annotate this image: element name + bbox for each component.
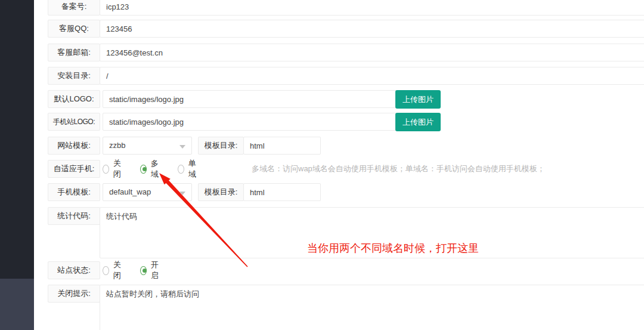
radio-unchecked-icon	[103, 165, 109, 174]
radio-option-label: 关闭	[113, 260, 123, 281]
radio-option-label: 关闭	[113, 158, 123, 180]
adaptive-mobile-hint: 多域名：访问wap域名会自动使用手机模板；单域名：手机访问会自动使用手机模板；	[252, 160, 545, 178]
install-dir-label: 安装目录:	[48, 67, 100, 85]
email-input[interactable]	[100, 44, 644, 61]
adaptive-mobile-label: 自适应手机:	[48, 160, 100, 178]
radio-checked-icon	[140, 266, 147, 275]
site-status-label: 站点状态:	[48, 261, 100, 279]
template-dir-label: 模板目录:	[198, 137, 244, 155]
icp-label: 备案号:	[48, 0, 100, 16]
radio-checked-icon	[140, 165, 147, 174]
site-template-select[interactable]: zzbb	[103, 137, 192, 155]
mobile-template-dir-label: 模板目录:	[198, 183, 244, 201]
radio-option-multi-domain[interactable]: 多域	[140, 158, 161, 180]
radio-option-site-open[interactable]: 开启	[140, 260, 161, 281]
stats-code-label: 统计代码:	[48, 207, 100, 225]
mobile-template-label: 手机模板:	[48, 183, 100, 201]
radio-option-label: 开启	[151, 260, 161, 281]
sidebar-active-item[interactable]	[0, 279, 34, 330]
site-template-select-value: zzbb	[109, 141, 125, 150]
install-dir-input[interactable]	[100, 67, 644, 85]
radio-option-site-close[interactable]: 关闭	[103, 260, 123, 281]
email-label: 客服邮箱:	[48, 44, 100, 61]
chevron-down-icon	[179, 145, 185, 149]
settings-page: 备案号: 客服QQ: 客服邮箱: 安装目录: 默认LOGO: 上传图片 手机站L…	[0, 0, 644, 330]
qq-label: 客服QQ:	[48, 20, 100, 38]
mobile-logo-input[interactable]	[103, 113, 438, 131]
upload-mobile-logo-button[interactable]: 上传图片	[395, 113, 441, 131]
default-logo-input[interactable]	[103, 90, 438, 108]
radio-unchecked-icon	[178, 165, 184, 174]
close-tip-textarea[interactable]: 站点暂时关闭，请稍后访问	[100, 285, 644, 330]
default-logo-label: 默认LOGO:	[48, 90, 100, 108]
chevron-down-icon	[179, 192, 185, 195]
close-tip-label: 关闭提示:	[48, 285, 100, 303]
upload-default-logo-button[interactable]: 上传图片	[395, 90, 441, 109]
radio-option-close[interactable]: 关闭	[103, 158, 123, 180]
radio-option-label: 多域	[151, 158, 161, 180]
mobile-logo-label: 手机站LOGO:	[48, 113, 100, 131]
annotation-text: 当你用两个不同域名时候，打开这里	[307, 241, 479, 255]
radio-option-label: 单域	[188, 158, 199, 180]
radio-option-single-domain[interactable]: 单域	[178, 158, 199, 180]
site-template-label: 网站模板:	[48, 137, 100, 155]
sidebar[interactable]	[0, 0, 34, 330]
site-status-radio-group: 关闭 开启	[103, 261, 178, 279]
radio-unchecked-icon	[103, 266, 109, 275]
icp-input[interactable]	[100, 0, 644, 16]
mobile-template-select-value: default_wap	[109, 187, 151, 196]
template-dir-input[interactable]	[243, 137, 321, 155]
mobile-template-select[interactable]: default_wap	[103, 183, 192, 201]
adaptive-mobile-radio-group: 关闭 多域 单域	[103, 160, 215, 178]
qq-input[interactable]	[100, 20, 644, 38]
mobile-template-dir-input[interactable]	[243, 183, 321, 201]
